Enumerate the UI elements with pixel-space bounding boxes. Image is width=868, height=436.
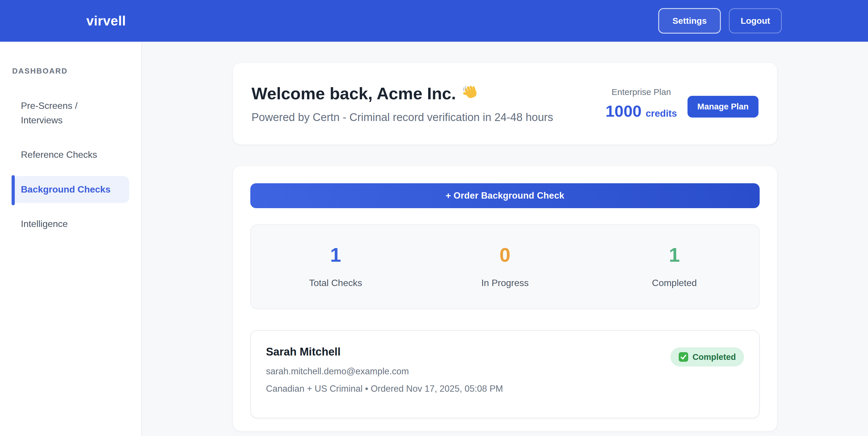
active-indicator-bar bbox=[11, 175, 15, 206]
navbar-inner: virvell Settings Logout bbox=[86, 8, 782, 34]
check-mark-icon bbox=[679, 352, 688, 362]
sidebar-item-pre-screens-interviews[interactable]: Pre-Screens / Interviews bbox=[12, 92, 129, 134]
stats-summary: 1 Total Checks 0 In Progress 1 Completed bbox=[250, 224, 760, 309]
sidebar-item-label: Reference Checks bbox=[21, 149, 97, 160]
waving-hand-icon bbox=[462, 85, 480, 102]
navbar-actions: Settings Logout bbox=[658, 8, 782, 34]
settings-button[interactable]: Settings bbox=[658, 8, 721, 34]
check-record-card[interactable]: Sarah Mitchell sarah.mitchell.demo@examp… bbox=[250, 330, 760, 418]
plan-summary: Enterprise Plan 1000 credits Manage Plan bbox=[606, 87, 758, 121]
record-email: sarah.mitchell.demo@example.com bbox=[266, 366, 503, 377]
record-name: Sarah Mitchell bbox=[266, 346, 503, 358]
sidebar-item-label: Background Checks bbox=[21, 184, 111, 195]
credits-value: 1000 bbox=[606, 102, 642, 121]
sidebar-item-label: Pre-Screens / Interviews bbox=[21, 100, 78, 125]
sidebar-item-intelligence[interactable]: Intelligence bbox=[12, 210, 129, 238]
welcome-subtitle: Powered by Certn - Criminal record verif… bbox=[251, 111, 553, 124]
background-checks-panel: + Order Background Check 1 Total Checks … bbox=[232, 166, 777, 431]
stat-completed-value: 1 bbox=[590, 243, 759, 266]
logout-button[interactable]: Logout bbox=[729, 8, 782, 33]
status-badge-label: Completed bbox=[692, 352, 736, 362]
sidebar-heading: DASHBOARD bbox=[12, 67, 129, 75]
plan-info: Enterprise Plan 1000 credits bbox=[606, 87, 677, 121]
record-info: Sarah Mitchell sarah.mitchell.demo@examp… bbox=[266, 346, 503, 394]
page-layout: DASHBOARD Pre-Screens / Interviews Refer… bbox=[0, 42, 868, 436]
content-column: Welcome back, Acme Inc. bbox=[232, 42, 777, 431]
welcome-card: Welcome back, Acme Inc. bbox=[232, 63, 777, 145]
sidebar-item-label: Intelligence bbox=[21, 219, 68, 229]
sidebar: DASHBOARD Pre-Screens / Interviews Refer… bbox=[0, 42, 142, 436]
stat-in-progress: 0 In Progress bbox=[421, 243, 590, 288]
welcome-text-block: Welcome back, Acme Inc. bbox=[251, 84, 553, 124]
sidebar-item-background-checks[interactable]: Background Checks bbox=[12, 176, 129, 203]
plan-name: Enterprise Plan bbox=[612, 87, 671, 97]
sidebar-item-reference-checks[interactable]: Reference Checks bbox=[12, 141, 129, 168]
top-navbar: virvell Settings Logout bbox=[0, 0, 868, 42]
stat-total-checks: 1 Total Checks bbox=[251, 243, 421, 288]
welcome-title-text: Welcome back, Acme Inc. bbox=[251, 84, 456, 103]
app-logo: virvell bbox=[86, 13, 126, 29]
stat-total-checks-label: Total Checks bbox=[251, 278, 421, 288]
record-meta: Canadian + US Criminal • Ordered Nov 17,… bbox=[266, 383, 503, 394]
main-content: Welcome back, Acme Inc. bbox=[142, 42, 868, 436]
stat-total-checks-value: 1 bbox=[251, 243, 421, 266]
stat-in-progress-value: 0 bbox=[421, 243, 590, 266]
status-badge: Completed bbox=[671, 347, 744, 367]
credits-unit: credits bbox=[646, 108, 677, 119]
credits-display: 1000 credits bbox=[606, 102, 677, 121]
manage-plan-button[interactable]: Manage Plan bbox=[687, 96, 758, 118]
stat-completed-label: Completed bbox=[590, 278, 759, 288]
stat-completed: 1 Completed bbox=[590, 243, 759, 288]
sidebar-nav: Pre-Screens / Interviews Reference Check… bbox=[12, 92, 129, 238]
stat-in-progress-label: In Progress bbox=[421, 278, 590, 288]
order-background-check-button[interactable]: + Order Background Check bbox=[250, 183, 760, 208]
page-title: Welcome back, Acme Inc. bbox=[251, 84, 553, 103]
